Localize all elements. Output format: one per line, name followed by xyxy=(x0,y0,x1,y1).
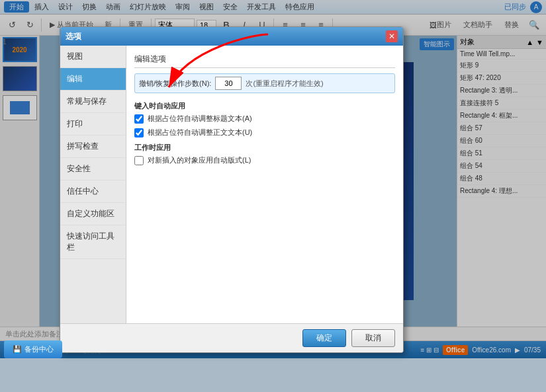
ok-btn[interactable]: 确定 xyxy=(302,329,346,347)
undo-note: 次(重重启程序才能生效) xyxy=(246,79,323,89)
checkbox-row-work-0: 对新插入的对象应用自动版式(L) xyxy=(134,155,395,165)
nav-security[interactable]: 安全性 xyxy=(60,158,126,180)
deepen-title: 键入时自动应用 xyxy=(134,101,395,111)
backup-btn[interactable]: 💾 备份中心 xyxy=(60,340,62,353)
dialog-body: 视图 编辑 常规与保存 打印 拼写检查 安全性 信任中心 自定义功能区 快速访问… xyxy=(60,46,403,323)
backup-btn-area: 💾 备份中心 xyxy=(60,336,66,353)
dialog-footer: 确定 取消 xyxy=(60,323,403,352)
checkbox-label-work-0: 对新插入的对象应用自动版式(L) xyxy=(148,155,251,165)
nav-edit[interactable]: 编辑 xyxy=(60,68,126,91)
dialog-title: 选项 xyxy=(66,31,386,42)
undo-settings-row: 撤销/恢复操作步数(N): 次(重重启程序才能生效) xyxy=(134,73,395,93)
nav-trust[interactable]: 信任中心 xyxy=(60,180,126,203)
checkbox-body-fit[interactable] xyxy=(134,128,144,137)
content-title: 编辑选项 xyxy=(134,54,395,68)
checkbox-title-fit[interactable] xyxy=(134,114,144,124)
checkbox-autoformat[interactable] xyxy=(134,156,144,165)
undo-label: 撤销/恢复操作步数(N): xyxy=(139,79,211,89)
cancel-btn[interactable]: 取消 xyxy=(351,329,395,347)
nav-custom[interactable]: 自定义功能区 xyxy=(60,203,126,225)
dialog-titlebar: 选项 ✕ xyxy=(60,27,403,46)
checkbox-row-0: 根据占位符自动调整标题文本(A) xyxy=(134,114,395,124)
work-title: 工作时应用 xyxy=(134,143,395,153)
checkbox-label-1: 根据占位符自动调整正文文本(U) xyxy=(148,128,252,137)
nav-view[interactable]: 视图 xyxy=(60,46,126,68)
options-dialog: 选项 ✕ 视图 编辑 常规与保存 打印 拼写检查 安全性 信任中心 自定义功能区… xyxy=(60,26,404,353)
nav-spell[interactable]: 拼写检查 xyxy=(60,136,126,158)
dialog-overlay: 选项 ✕ 视图 编辑 常规与保存 打印 拼写检查 安全性 信任中心 自定义功能区… xyxy=(0,0,546,392)
dialog-content: 编辑选项 撤销/恢复操作步数(N): 次(重重启程序才能生效) 键入时自动应用 … xyxy=(126,46,403,323)
nav-general[interactable]: 常规与保存 xyxy=(60,91,126,113)
undo-steps-input[interactable] xyxy=(215,77,242,90)
dialog-nav: 视图 编辑 常规与保存 打印 拼写检查 安全性 信任中心 自定义功能区 快速访问… xyxy=(60,46,126,323)
nav-print[interactable]: 打印 xyxy=(60,113,126,136)
dialog-close-btn[interactable]: ✕ xyxy=(386,30,398,42)
nav-quickaccess[interactable]: 快速访问工具栏 xyxy=(60,225,126,259)
checkbox-label-0: 根据占位符自动调整标题文本(A) xyxy=(148,114,252,124)
checkbox-row-1: 根据占位符自动调整正文文本(U) xyxy=(134,128,395,137)
